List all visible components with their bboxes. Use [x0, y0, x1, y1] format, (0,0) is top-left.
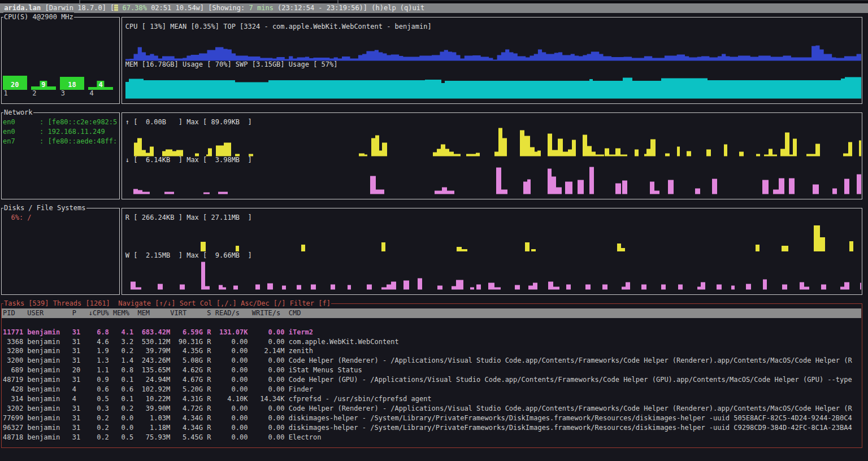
disk-usage-entry: 6%: / — [3, 213, 32, 223]
network-interface-row: en7 : [fe80::aede:48ff: — [3, 137, 118, 146]
cpu-core-gauge-2: 9 — [31, 74, 55, 90]
cpu-core-gauge-4: 4 — [88, 74, 112, 90]
network-panel-title: Network — [3, 108, 33, 118]
task-row-314[interactable]: 314 benjamin 4 0.5 0.1 10.22M 4.31G R 4.… — [3, 394, 861, 404]
task-row-48718[interactable]: 48718 benjamin 31 0.2 0.5 75.93M 5.45G R… — [3, 433, 861, 442]
cpu-core-tick-label: 2 — [32, 89, 36, 98]
net-upload-line: ↑ [ 0.00B ] Max [ 89.09KB ] — [125, 118, 252, 127]
tasks-panel-title: Tasks [539] Threads [1261] Navigate [↑/↓… — [3, 299, 331, 308]
cpu-core-tick-label: 4 — [89, 89, 93, 98]
cpu-core-value: 4 — [97, 81, 104, 90]
cpu-core-gauge-1: 20 — [3, 74, 27, 90]
task-row-3200[interactable]: 3200 benjamin 31 1.3 1.4 243.26M 5.08G R… — [3, 356, 861, 366]
cpu-core-tick-label: 3 — [61, 89, 65, 98]
network-interface-row: en0 : [fe80::c2e:e982:5 — [3, 118, 118, 127]
task-row-77699[interactable]: 77699 benjamin 31 0.2 0.0 1.03M 4.34G R … — [3, 414, 861, 423]
cpu-core-value: 9 — [40, 81, 47, 90]
disks-panel-title: Disks / File Systems — [3, 203, 86, 213]
cpu-core-value: 20 — [9, 81, 20, 90]
tasks-table-header[interactable]: PID USER P ↓CPU% MEM% MEM VIRT S READ/s … — [2, 308, 861, 318]
disk-write-line: W [ 2.15MB ] Max [ 9.66MB ] — [125, 251, 252, 260]
task-row-3280[interactable]: 3280 benjamin 31 1.9 0.2 39.79M 4.35G R … — [3, 346, 861, 356]
cpu-core-tick-label: 1 — [4, 89, 8, 98]
net-download-line: ↓ [ 6.14KB ] Max [ 3.98MB ] — [125, 155, 252, 165]
task-row-48719[interactable]: 48719 benjamin 31 0.9 0.1 24.94M 4.67G R… — [3, 375, 861, 385]
cpu-panel-title: CPU(S) 4@2900 MHz — [3, 12, 74, 22]
task-row-11771[interactable]: 11771 benjamin 31 6.8 4.1 683.42M 6.59G … — [3, 328, 861, 337]
disk-read-line: R [ 266.24KB ] Max [ 27.11MB ] — [125, 213, 252, 223]
task-row-428[interactable]: 428 benjamin 4 0.6 0.6 102.92M 5.20G R 0… — [3, 385, 861, 394]
task-row-689[interactable]: 689 benjamin 20 1.1 0.8 135.65M 4.62G R … — [3, 366, 861, 375]
cpu-core-gauge-3: 18 — [60, 74, 84, 90]
window-top-line — [80, 0, 868, 1]
task-row-3368[interactable]: 3368 benjamin 31 4.6 3.2 530.12M 90.31G … — [3, 337, 861, 347]
task-row-3202[interactable]: 3202 benjamin 31 0.3 0.2 39.90M 4.72G R … — [3, 404, 861, 414]
cpu-summary-line: CPU [ 13%] MEAN [0.35%] TOP [3324 - com.… — [125, 22, 432, 32]
zenith-terminal: arida.lan [Darwin 18.7.0] [ 67.38% 02:51… — [0, 0, 868, 461]
cpu-core-value: 18 — [66, 81, 77, 90]
mem-summary-line: MEM [16.78GB] Usage [ 70%] SWP [3.15GB] … — [125, 60, 338, 69]
network-interface-row: en0 : 192.168.11.249 — [3, 127, 118, 137]
task-row-96327[interactable]: 96327 benjamin 31 0.2 0.0 1.18M 4.34G R … — [3, 423, 861, 433]
status-bar: arida.lan [Darwin 18.7.0] [ 67.38% 02:51… — [0, 3, 868, 13]
